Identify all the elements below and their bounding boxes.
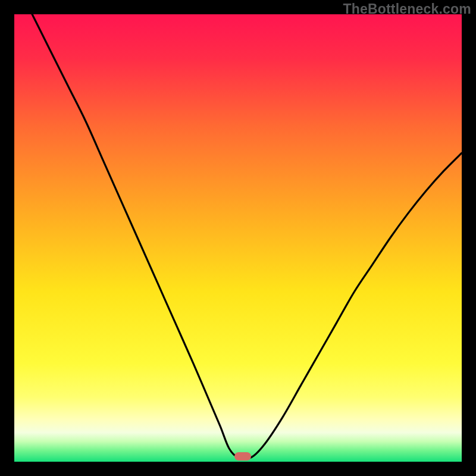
optimal-marker: [234, 452, 251, 461]
watermark-text: TheBottleneck.com: [343, 1, 471, 17]
bottleneck-curve: [14, 14, 462, 462]
chart-container: TheBottleneck.com: [0, 0, 476, 476]
plot-area: [14, 14, 462, 462]
